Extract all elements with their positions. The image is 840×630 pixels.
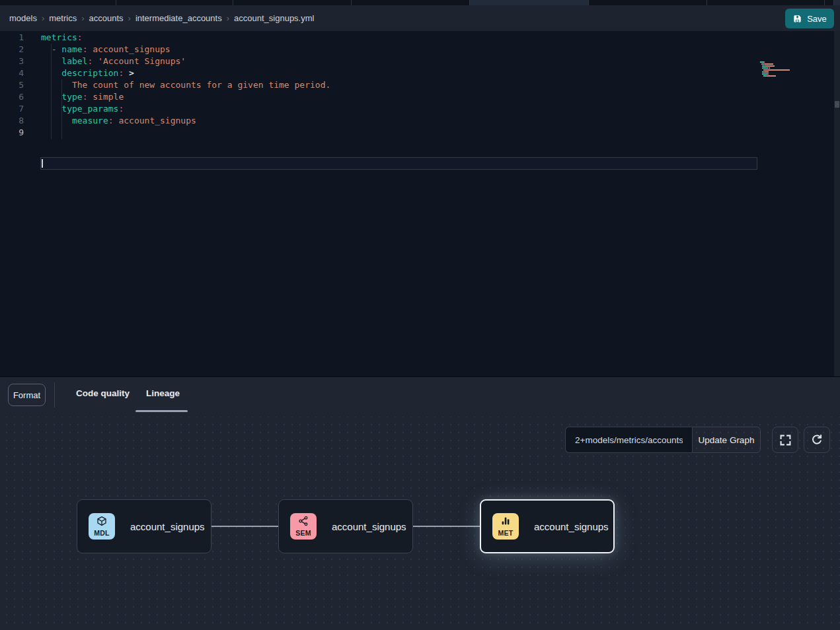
line-number: 5 [0, 79, 24, 91]
cube-icon [96, 516, 107, 529]
breadcrumb-separator-icon: › [81, 13, 84, 23]
editor-tab [834, 0, 840, 5]
code-text: metrics: [41, 32, 83, 44]
update-graph-button[interactable]: Update Graph [692, 427, 761, 453]
editor-tab[interactable] [116, 0, 233, 5]
line-number: 9 [0, 127, 24, 139]
breadcrumb-item[interactable]: accounts [89, 13, 124, 23]
code-editor[interactable]: 1metrics:2 - name: account_signups3 labe… [0, 31, 834, 376]
code-line[interactable]: 7 type_params: [0, 103, 834, 115]
minimap-token [765, 63, 773, 65]
node-label: account_signups [332, 521, 406, 532]
active-tab-underline [135, 410, 188, 412]
node-badge-label: MET [498, 530, 514, 537]
panel-divider [54, 382, 55, 407]
line-number: 7 [0, 103, 24, 115]
code-line[interactable]: 6 type: simple [0, 91, 834, 103]
editor-tab-strip [0, 0, 840, 5]
indent-guide [51, 44, 52, 139]
editor-tab[interactable] [233, 0, 352, 5]
fullscreen-icon [780, 435, 791, 446]
minimap-token [767, 75, 776, 77]
line-number: 8 [0, 115, 24, 127]
ide-window: models›metrics›accounts›intermediate_acc… [0, 0, 840, 630]
minimap-token [762, 67, 768, 69]
text-cursor [42, 159, 43, 168]
breadcrumb-separator-icon: › [227, 13, 229, 23]
bottom-panel: Format Code quality Lineage Update Graph [0, 376, 840, 630]
lineage-node-sem[interactable]: SEMaccount_signups [278, 499, 413, 553]
editor-scrollbar[interactable] [834, 31, 840, 376]
editor-minimap[interactable] [760, 61, 826, 81]
chart-icon [500, 516, 511, 529]
minimap-token [765, 71, 769, 73]
breadcrumb: models›metrics›accounts›intermediate_acc… [9, 5, 314, 31]
code-line[interactable]: 1metrics: [0, 32, 834, 44]
minimap-token [764, 61, 765, 63]
code-text: label: 'Account Signups' [41, 55, 186, 67]
minimap-token [769, 67, 770, 69]
breadcrumb-separator-icon: › [128, 13, 131, 23]
lineage-node-mdl[interactable]: MDLaccount_signups [77, 499, 211, 553]
lineage-filter-input[interactable] [565, 427, 692, 453]
lineage-filter-group: Update Graph [565, 427, 761, 453]
fullscreen-button[interactable] [772, 427, 798, 453]
code-line[interactable]: 8 measure: account_signups [0, 115, 834, 127]
minimap-token [765, 65, 775, 67]
minimap-token [762, 73, 768, 75]
editor-tab[interactable] [0, 0, 116, 5]
code-text: type: simple [41, 91, 124, 103]
line-number: 2 [0, 44, 24, 55]
code-text: measure: account_signups [41, 115, 196, 127]
code-text: type_params: [41, 103, 124, 115]
code-line[interactable]: 2 - name: account_signups [0, 44, 834, 55]
save-button[interactable]: Save [785, 9, 834, 28]
editor-tab[interactable] [352, 0, 470, 5]
tab-code-quality[interactable]: Code quality [76, 388, 130, 398]
code-line[interactable]: 9 [0, 127, 834, 139]
editor-scrollbar-thumb[interactable] [835, 101, 839, 108]
code-text: - name: account_signups [41, 44, 171, 55]
file-header-bar: models›metrics›accounts›intermediate_acc… [0, 5, 840, 31]
node-badge-sem: SEM [290, 513, 317, 540]
refresh-button[interactable] [804, 427, 830, 453]
breadcrumb-separator-icon: › [42, 13, 44, 23]
line-number: 3 [0, 55, 24, 67]
node-badge-mdl: MDL [89, 513, 115, 540]
lineage-canvas[interactable]: Update Graph MDLaccount_signupsSEMaccoun… [0, 417, 840, 630]
refresh-icon [811, 434, 823, 446]
editor-tab[interactable] [589, 0, 707, 5]
format-button[interactable]: Format [8, 384, 46, 406]
minimap-token [768, 73, 769, 75]
node-badge-label: SEM [295, 530, 311, 537]
tab-lineage[interactable]: Lineage [146, 388, 180, 398]
breadcrumb-item[interactable]: account_signups.yml [234, 13, 314, 23]
breadcrumb-item[interactable]: metrics [49, 13, 77, 23]
save-button-label: Save [807, 14, 827, 24]
breadcrumb-item[interactable]: models [9, 13, 37, 23]
code-line[interactable]: 4 description: > [0, 67, 834, 79]
lineage-edge [211, 526, 278, 527]
save-floppy-icon [792, 14, 802, 24]
node-badge-met: MET [492, 513, 519, 540]
lineage-edge [413, 526, 480, 527]
line-number: 4 [0, 67, 24, 79]
line-number: 1 [0, 32, 24, 44]
code-text: description: > [41, 67, 134, 79]
indent-guide [61, 79, 62, 139]
node-label: account_signups [534, 521, 609, 532]
node-badge-label: MDL [94, 530, 109, 537]
minimap-token [763, 69, 790, 71]
code-line[interactable]: 3 label: 'Account Signups' [0, 55, 834, 67]
node-label: account_signups [130, 521, 205, 532]
breadcrumb-item[interactable]: intermediate_accounts [135, 13, 222, 23]
current-line-highlight [40, 157, 757, 170]
line-number: 6 [0, 91, 24, 103]
lineage-node-met[interactable]: METaccount_signups [480, 499, 615, 553]
editor-tab[interactable] [707, 0, 825, 5]
editor-tab[interactable] [825, 0, 834, 5]
share-icon [298, 516, 309, 529]
code-text: The count of new accounts for a given ti… [41, 79, 330, 91]
code-line[interactable]: 5 The count of new accounts for a given … [0, 79, 834, 91]
editor-tab-active[interactable] [470, 0, 589, 5]
